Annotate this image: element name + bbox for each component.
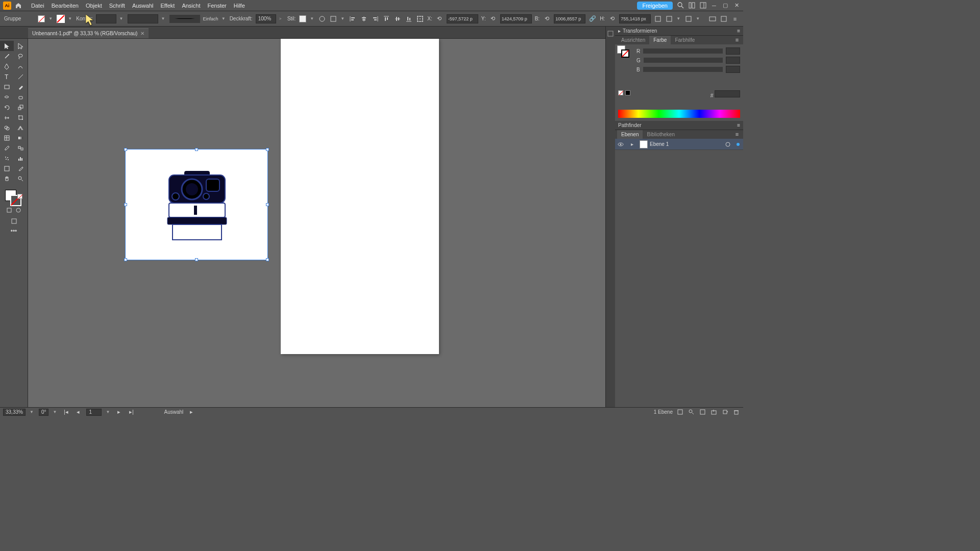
lasso-tool[interactable]	[14, 51, 28, 61]
color-tab[interactable]: Farbe	[649, 36, 671, 44]
isolate-icon[interactable]	[665, 15, 673, 23]
perspective-grid-tool[interactable]	[14, 122, 28, 133]
align-right-icon[interactable]	[371, 15, 379, 23]
status-play-icon[interactable]: ▸	[187, 408, 195, 416]
fill-dropdown[interactable]: ▼	[48, 16, 54, 21]
none-swatch[interactable]	[618, 90, 623, 95]
width-tool[interactable]	[0, 112, 14, 122]
libraries-tab[interactable]: Bibliotheken	[643, 130, 678, 139]
direct-selection-tool[interactable]	[14, 41, 28, 51]
maximize-icon[interactable]: ▢	[722, 2, 729, 9]
fill-stroke-indicator[interactable]	[0, 188, 28, 210]
menu-auswahl[interactable]: Auswahl	[129, 1, 157, 10]
make-clipping-mask-icon[interactable]	[698, 408, 706, 416]
artboard-next-icon[interactable]: ▸	[115, 408, 123, 416]
panel-menu-icon[interactable]: ≡	[733, 130, 741, 138]
delete-layer-icon[interactable]	[732, 408, 740, 416]
colorguide-tab[interactable]: Farbhilfe	[671, 36, 699, 44]
selected-group[interactable]	[125, 149, 268, 260]
r-value[interactable]	[726, 47, 740, 55]
selection-handle[interactable]	[124, 148, 127, 151]
align-to-icon[interactable]	[684, 15, 693, 23]
free-transform-tool[interactable]	[14, 112, 28, 122]
opacity-input[interactable]: 100%	[256, 14, 276, 23]
color-spectrum[interactable]	[618, 110, 740, 118]
stroke-swatch[interactable]	[57, 15, 65, 23]
pathfinder-panel-header[interactable]: Pathfinder ≡	[615, 121, 743, 130]
selection-handle[interactable]	[266, 203, 269, 206]
constrain-proportions-icon[interactable]: 🔗	[589, 15, 597, 23]
edit-toolbar-icon[interactable]: •••	[0, 228, 28, 235]
layer-name[interactable]: Ebene 1	[650, 141, 723, 147]
align-left-icon[interactable]	[349, 15, 357, 23]
layers-search-icon[interactable]	[687, 408, 695, 416]
share-button[interactable]: Freigeben	[637, 2, 673, 10]
black-swatch[interactable]	[625, 90, 630, 95]
transform-panel-header[interactable]: ▸ Transformieren ≡	[615, 27, 743, 36]
artboard-prev-icon[interactable]: ◂	[74, 408, 82, 416]
trim-view-icon[interactable]	[720, 15, 728, 23]
layers-tab[interactable]: Ebenen	[617, 130, 643, 139]
align-vcenter-icon[interactable]	[394, 15, 402, 23]
shaper-tool[interactable]	[0, 92, 14, 102]
curvature-tool[interactable]	[14, 61, 28, 71]
rotation-dropdown[interactable]: ▼	[53, 410, 58, 414]
w-input[interactable]: 1006,8557 p	[554, 14, 585, 23]
magic-wand-tool[interactable]	[0, 51, 14, 61]
menu-schrift[interactable]: Schrift	[106, 1, 129, 10]
column-graph-tool[interactable]	[14, 153, 28, 163]
color-mode-none[interactable]	[17, 194, 22, 199]
rectangle-tool[interactable]	[0, 82, 14, 92]
fill-swatch[interactable]	[37, 15, 45, 23]
h-input[interactable]: 755,1418 px	[619, 14, 651, 23]
document-setup-icon[interactable]	[329, 15, 337, 23]
layer-expand-icon[interactable]: ▸	[626, 141, 638, 147]
panel-collapse-icon[interactable]: ▸	[618, 28, 621, 34]
new-sublayer-icon[interactable]	[709, 408, 718, 416]
menu-fenster[interactable]: Fenster	[204, 1, 230, 10]
gradient-tool[interactable]	[14, 133, 28, 143]
artboard-tool[interactable]	[0, 163, 14, 173]
align-top-icon[interactable]	[382, 15, 390, 23]
paintbrush-tool[interactable]	[14, 82, 28, 92]
menu-datei[interactable]: Datei	[28, 1, 48, 10]
workspace-switcher-icon[interactable]	[699, 2, 706, 9]
search-icon[interactable]	[677, 2, 684, 9]
brush-definition-dropdown[interactable]	[169, 15, 200, 23]
selection-handle[interactable]	[195, 148, 198, 151]
pen-tool[interactable]	[0, 61, 14, 71]
artboard-first-icon[interactable]: |◂	[62, 408, 70, 416]
graphic-style-swatch[interactable]	[299, 15, 307, 23]
b-slider[interactable]	[643, 67, 723, 72]
minimize-icon[interactable]: ─	[710, 2, 718, 9]
g-value[interactable]	[726, 57, 740, 64]
panel-menu-icon[interactable]: ≡	[737, 122, 740, 128]
transform-ref-icon[interactable]	[416, 15, 424, 23]
selection-tool[interactable]	[0, 41, 14, 51]
stroke-dropdown[interactable]: ▼	[68, 16, 73, 21]
menu-effekt[interactable]: Effekt	[157, 1, 178, 10]
arrange-docs-icon[interactable]	[688, 2, 695, 9]
gpu-preview-icon[interactable]	[708, 15, 717, 23]
zoom-level-input[interactable]: 33,33%	[3, 409, 26, 416]
layer-target-icon[interactable]	[723, 142, 733, 147]
document-tab[interactable]: Unbenannt-1.pdf* @ 33,33 % (RGB/Vorschau…	[28, 28, 149, 38]
home-icon[interactable]	[14, 2, 22, 10]
y-input[interactable]: 1424,5709 p	[500, 14, 532, 23]
rotate-tool[interactable]	[0, 102, 14, 112]
close-icon[interactable]: ✕	[733, 2, 740, 9]
slice-tool[interactable]	[14, 163, 28, 173]
shape-builder-icon[interactable]	[654, 15, 662, 23]
type-tool[interactable]: T	[0, 71, 14, 82]
shape-builder-tool[interactable]	[0, 122, 14, 133]
selection-handle[interactable]	[195, 258, 198, 261]
menu-bearbeiten[interactable]: Bearbeiten	[48, 1, 82, 10]
x-input[interactable]: -597,5722 p	[447, 14, 478, 23]
g-slider[interactable]	[644, 58, 723, 63]
menu-hilfe[interactable]: Hilfe	[230, 1, 249, 10]
stroke-weight-dropdown[interactable]: ▼	[119, 16, 125, 21]
rotation-input[interactable]: 0°	[39, 409, 49, 416]
r-slider[interactable]	[643, 48, 723, 54]
selection-handle[interactable]	[124, 258, 127, 261]
align-hcenter-icon[interactable]	[360, 15, 368, 23]
